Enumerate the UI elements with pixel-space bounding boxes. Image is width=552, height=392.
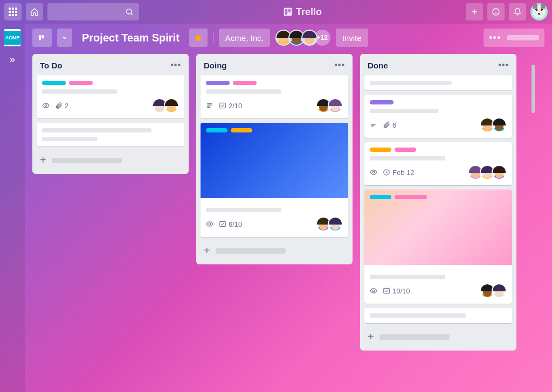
- card[interactable]: 10/10: [364, 190, 512, 304]
- expand-rail-button[interactable]: »: [10, 54, 15, 65]
- add-card-label-placeholder: [52, 158, 122, 163]
- star-button[interactable]: [189, 29, 208, 47]
- card[interactable]: [37, 123, 184, 146]
- info-button[interactable]: [487, 3, 505, 20]
- label-cyan: [206, 128, 227, 132]
- divider: [213, 32, 213, 43]
- board-members[interactable]: +12: [275, 30, 330, 46]
- workspace-tile[interactable]: ACME: [4, 29, 21, 46]
- member-avatar[interactable]: [492, 165, 507, 180]
- card-members: [468, 165, 507, 180]
- add-card-label-placeholder: [216, 248, 286, 254]
- svg-point-7: [45, 104, 47, 107]
- svg-point-13: [372, 290, 375, 292]
- notifications-button[interactable]: [509, 3, 526, 20]
- card[interactable]: 6/10: [201, 123, 348, 237]
- card[interactable]: 2: [37, 75, 184, 118]
- label-purple: [206, 81, 230, 85]
- scrollbar[interactable]: [532, 65, 535, 113]
- board-switcher[interactable]: [32, 29, 52, 47]
- eye-icon: [206, 220, 213, 228]
- invite-button[interactable]: Invite: [336, 29, 368, 47]
- label-cyan: [42, 81, 66, 85]
- app-brand: Trello: [143, 6, 461, 18]
- add-card-button[interactable]: +: [364, 327, 512, 346]
- card-badges: 6: [370, 121, 396, 129]
- list-title[interactable]: Done: [368, 61, 388, 70]
- card-badges: 10/10: [370, 287, 410, 295]
- member-avatar[interactable]: [492, 283, 507, 298]
- card[interactable]: 6: [364, 95, 512, 138]
- board-title[interactable]: Project Team Spirit: [78, 32, 184, 44]
- list-menu-button[interactable]: •••: [170, 60, 181, 70]
- svg-rect-3: [288, 9, 291, 12]
- label-cyan: [370, 195, 391, 199]
- board-dropdown[interactable]: [57, 29, 72, 47]
- description-badge: [206, 102, 213, 109]
- card[interactable]: [364, 75, 512, 90]
- card-members: [152, 98, 179, 113]
- card[interactable]: 2/10: [201, 75, 348, 118]
- label-amber: [370, 148, 391, 152]
- card-title-placeholder: [42, 137, 97, 141]
- list-title[interactable]: To Do: [40, 61, 62, 70]
- menu-label-placeholder: [507, 35, 539, 40]
- checklist-icon: [219, 102, 226, 109]
- plus-icon: +: [204, 244, 210, 257]
- card-title-placeholder: [370, 81, 452, 85]
- ellipsis-icon: •••: [489, 33, 501, 43]
- member-avatar[interactable]: [301, 30, 318, 46]
- paperclip-icon: [383, 121, 390, 129]
- add-card-label-placeholder: [380, 334, 450, 340]
- list-done: Done ••• 6: [360, 54, 516, 351]
- member-avatar[interactable]: [328, 216, 343, 232]
- label-purple: [370, 100, 394, 104]
- home-button[interactable]: [26, 3, 43, 20]
- card-title-placeholder: [370, 109, 438, 113]
- svg-point-9: [209, 223, 211, 225]
- checklist-badge: 2/10: [219, 102, 242, 110]
- add-card-button[interactable]: +: [37, 151, 184, 170]
- member-avatar[interactable]: [328, 98, 343, 113]
- svg-rect-14: [384, 288, 390, 293]
- bell-icon: [513, 8, 522, 16]
- list-doing: Doing ••• 2/10: [196, 54, 353, 264]
- list-title[interactable]: Doing: [204, 61, 227, 70]
- svg-rect-8: [220, 103, 226, 108]
- app-name: Trello: [296, 6, 322, 18]
- card-members: [480, 283, 507, 298]
- watch-badge: [42, 102, 50, 109]
- eye-icon: [42, 102, 50, 109]
- apps-button[interactable]: [4, 3, 22, 20]
- search-input[interactable]: [47, 3, 139, 20]
- member-avatar[interactable]: [164, 98, 179, 113]
- watch-badge: [370, 287, 377, 295]
- attachment-badge: 6: [383, 121, 396, 129]
- create-button[interactable]: [466, 3, 483, 20]
- paperclip-icon: [55, 102, 63, 109]
- due-date-badge: Feb 12: [383, 169, 414, 177]
- description-badge: [370, 121, 377, 129]
- svg-point-11: [372, 171, 375, 173]
- star-icon: [194, 33, 203, 42]
- watch-badge: [370, 169, 377, 176]
- main-area: ACME » Project Team Spirit Acme, Inc. +1…: [0, 24, 552, 392]
- card-members: [480, 117, 507, 132]
- card-cover: [201, 123, 348, 198]
- label-pink: [69, 81, 93, 85]
- checklist-icon: [219, 220, 226, 228]
- checklist-icon: [383, 287, 390, 295]
- description-icon: [370, 121, 377, 129]
- user-avatar[interactable]: [530, 3, 548, 20]
- husky-avatar-icon: [533, 5, 546, 18]
- list-menu-button[interactable]: •••: [334, 60, 345, 70]
- board-header: Project Team Spirit Acme, Inc. +12 Invit…: [25, 24, 552, 52]
- member-avatar[interactable]: [492, 117, 507, 132]
- board-menu-button[interactable]: •••: [484, 29, 544, 47]
- list-menu-button[interactable]: •••: [498, 60, 509, 70]
- card[interactable]: Feb 12: [364, 142, 512, 185]
- org-name-button[interactable]: Acme, Inc.: [219, 29, 270, 47]
- card[interactable]: [364, 308, 512, 323]
- plus-icon: [470, 8, 479, 16]
- add-card-button[interactable]: +: [201, 241, 348, 260]
